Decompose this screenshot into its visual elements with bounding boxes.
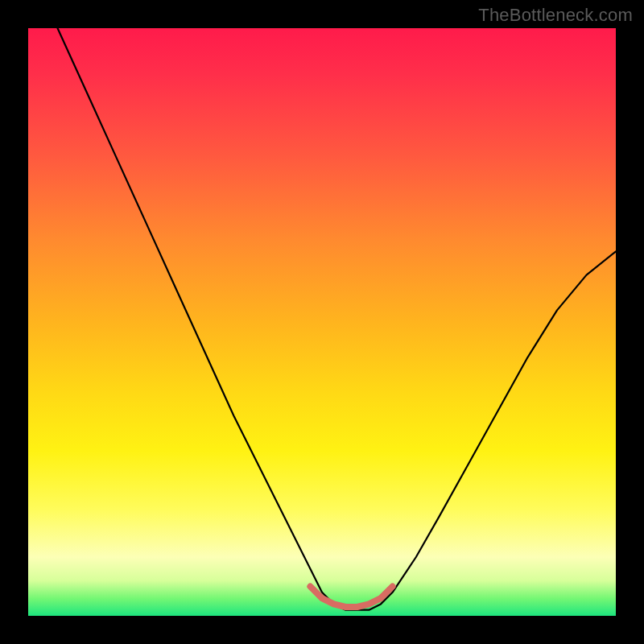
bottleneck-curve: [58, 28, 617, 610]
chart-frame: TheBottleneck.com: [0, 0, 644, 644]
plot-area: [28, 28, 616, 616]
curve-svg: [28, 28, 616, 616]
watermark-text: TheBottleneck.com: [478, 5, 633, 26]
